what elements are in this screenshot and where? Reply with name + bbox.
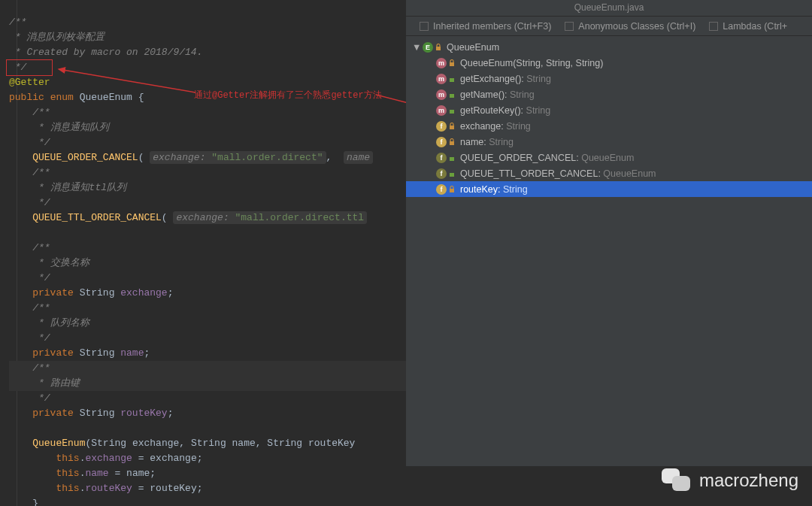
filter-lambdas[interactable]: Lambdas (Ctrl+ xyxy=(709,21,787,32)
code-editor[interactable]: /** * 消息队列枚举配置 * Created by macro on 201… xyxy=(0,0,406,506)
watermark-text: macrozheng xyxy=(699,470,798,491)
tree-method-getexchange[interactable]: m getExchange(): String xyxy=(406,71,812,86)
method-icon: m xyxy=(436,58,447,68)
field-icon: f xyxy=(436,137,447,147)
code-line: } xyxy=(9,498,38,506)
lock-open-icon xyxy=(448,170,456,177)
svg-rect-7 xyxy=(450,126,454,129)
code-line: * 路由键 xyxy=(9,376,406,391)
code-line: /** xyxy=(9,17,26,28)
code-line: this.routeKey = routeKey; xyxy=(9,483,203,494)
tree-enum-ttlordercancel[interactable]: f QUEUE_TTL_ORDER_CANCEL: QueueEnum xyxy=(406,165,812,181)
svg-rect-9 xyxy=(450,157,454,161)
code-line xyxy=(9,423,15,434)
code-line: */ xyxy=(9,392,50,404)
lock-icon xyxy=(448,138,456,146)
checkbox-icon[interactable] xyxy=(709,22,718,31)
method-icon: m xyxy=(436,89,447,100)
svg-rect-8 xyxy=(450,141,454,145)
tree-field-name[interactable]: f name: String xyxy=(406,134,812,150)
lock-open-icon xyxy=(448,75,456,83)
code-line: /** xyxy=(9,167,50,178)
method-icon: m xyxy=(436,74,447,84)
watermark: macrozheng xyxy=(662,468,798,492)
code-line: /** xyxy=(9,107,50,118)
code-line: */ xyxy=(9,197,50,208)
structure-tree[interactable]: ▼ E QueueEnum m QueueEnum(String, String… xyxy=(406,36,812,197)
annotation-note: 通过@Getter注解拥有了三个熟悉getter方法 xyxy=(194,89,382,102)
collapse-icon[interactable]: ▼ xyxy=(412,42,423,53)
enum-value-icon: f xyxy=(436,153,447,163)
code-line: QUEUE_TTL_ORDER_CANCEL( exchange: "mall.… xyxy=(9,211,367,224)
getter-annotation: @Getter xyxy=(9,77,50,88)
svg-rect-6 xyxy=(450,110,454,114)
tree-field-exchange[interactable]: f exchange: String xyxy=(406,118,812,134)
svg-rect-10 xyxy=(450,173,454,177)
code-line: * Created by macro on 2018/9/14. xyxy=(9,47,202,58)
lock-icon xyxy=(448,59,456,67)
tree-constructor[interactable]: m QueueEnum(String, String, String) xyxy=(406,55,812,71)
code-line: private String routeKey; xyxy=(9,408,174,419)
code-line: * 消息通知队列 xyxy=(9,122,109,133)
code-line: */ xyxy=(9,137,50,148)
lock-icon xyxy=(448,123,456,130)
code-line: * 消息队列枚举配置 xyxy=(9,32,105,43)
svg-rect-3 xyxy=(450,62,454,66)
tree-root[interactable]: ▼ E QueueEnum xyxy=(406,39,812,55)
field-icon: f xyxy=(436,184,447,195)
code-line: private String exchange; xyxy=(9,287,174,298)
checkbox-icon[interactable] xyxy=(420,22,429,31)
lock-open-icon xyxy=(448,107,456,114)
code-line: * 消息通知ttl队列 xyxy=(9,182,126,193)
lock-open-icon xyxy=(448,91,456,98)
code-line: */ xyxy=(9,332,50,344)
checkbox-icon[interactable] xyxy=(565,22,574,31)
lock-open-icon xyxy=(448,154,456,162)
code-line: /** xyxy=(9,242,50,253)
structure-panel: QueueEnum.java Inherited members (Ctrl+F… xyxy=(406,0,812,466)
code-line: */ xyxy=(9,272,50,283)
filter-anon[interactable]: Anonymous Classes (Ctrl+I) xyxy=(565,21,695,32)
lock-icon xyxy=(448,186,456,193)
tree-method-getname[interactable]: m getName(): String xyxy=(406,86,812,102)
code-line: /** xyxy=(9,302,50,314)
code-line xyxy=(9,227,15,238)
tree-enum-ordercancel[interactable]: f QUEUE_ORDER_CANCEL: QueueEnum xyxy=(406,150,812,165)
code-line: this.exchange = exchange; xyxy=(9,453,203,464)
structure-filter-row: Inherited members (Ctrl+F3) Anonymous Cl… xyxy=(406,17,812,36)
code-line: public enum QueueEnum { xyxy=(9,92,144,103)
enum-value-icon: f xyxy=(436,168,447,179)
svg-rect-11 xyxy=(450,189,454,192)
method-icon: m xyxy=(436,105,447,116)
lock-icon xyxy=(435,44,442,51)
code-line: * 交换名称 xyxy=(9,257,89,268)
svg-rect-5 xyxy=(450,94,454,98)
tree-field-routekey-selected[interactable]: f routeKey: String xyxy=(406,181,812,197)
code-line: this.name = name; xyxy=(9,468,156,479)
svg-rect-4 xyxy=(450,78,454,82)
class-icon: E xyxy=(423,42,433,53)
field-icon: f xyxy=(436,121,447,132)
code-line: QUEUE_ORDER_CANCEL( exchange: "mall.orde… xyxy=(9,151,373,164)
code-line: private String name; xyxy=(9,347,150,359)
code-line: * 队列名称 xyxy=(9,317,89,329)
tree-method-getroutekey[interactable]: m getRouteKey(): String xyxy=(406,102,812,118)
filter-inherited[interactable]: Inherited members (Ctrl+F3) xyxy=(420,21,551,32)
annotation-highlight-box xyxy=(6,59,53,76)
svg-rect-2 xyxy=(436,47,441,50)
code-line: QueueEnum(String exchange, String name, … xyxy=(9,438,355,449)
file-tab[interactable]: QueueEnum.java xyxy=(406,0,812,17)
wechat-icon xyxy=(662,468,692,492)
code-line-caret: /** xyxy=(9,361,406,376)
